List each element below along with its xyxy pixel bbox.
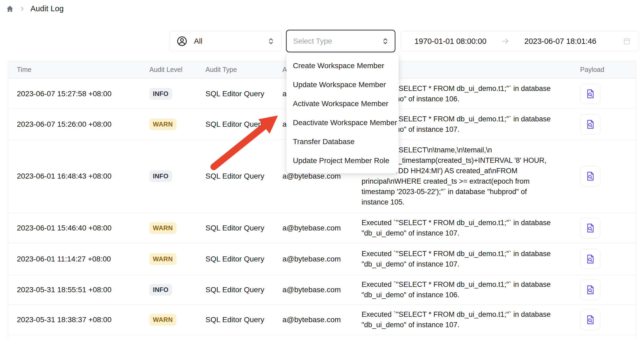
- actor-cell: a@bytebase.com: [274, 224, 353, 232]
- dropdown-option-update-project-member-role[interactable]: Update Project Member Role: [286, 151, 399, 170]
- payload-button[interactable]: [580, 84, 600, 104]
- time-cell: 2023-05-31 18:38:37 +08:00: [8, 315, 141, 324]
- comment-cell: Executed `"SELECT * FROM db_ui_demo.t1;"…: [353, 218, 564, 238]
- document-search-icon: [585, 88, 596, 99]
- table-row: 2023-06-01 11:14:27 +08:00 WARN SQL Edit…: [8, 243, 636, 275]
- col-header-type: Audit Type: [197, 66, 274, 74]
- page-title: Audit Log: [30, 4, 64, 13]
- audit-type-cell: SQL Editor Query: [197, 255, 274, 263]
- time-cell: 2023-06-07 15:27:58 +08:00: [8, 90, 141, 98]
- actor-cell: a@bytebase.com: [274, 315, 353, 324]
- audit-level-badge: INFO: [149, 88, 172, 100]
- actor-cell: a@bytebase.com: [274, 255, 353, 263]
- dropdown-option-activate-workspace-member[interactable]: Activate Workspace Member: [286, 94, 399, 113]
- comment-cell: Executed `"SELECT * FROM db_ui_demo.t1;"…: [353, 249, 564, 269]
- payload-button[interactable]: [580, 218, 600, 238]
- type-filter-placeholder: Select Type: [293, 37, 332, 45]
- date-range-start[interactable]: 1970-01-01 08:00:00: [414, 37, 486, 46]
- time-cell: 2023-06-01 16:48:43 +08:00: [8, 172, 141, 180]
- actor-filter-value: All: [194, 37, 202, 45]
- document-search-icon: [585, 314, 596, 325]
- audit-level-badge: WARN: [149, 253, 176, 265]
- audit-type-cell: SQL Editor Query: [197, 224, 274, 232]
- home-icon[interactable]: [6, 5, 14, 13]
- user-circle-icon: [176, 36, 188, 47]
- actor-cell: a@bytebase.com: [274, 286, 353, 294]
- document-search-icon: [585, 223, 596, 233]
- updown-chevrons-icon: [381, 37, 389, 45]
- updown-chevrons-icon: [267, 37, 275, 45]
- audit-type-cell: SQL Editor Query: [197, 90, 274, 98]
- col-header-level: Audit Level: [141, 66, 197, 74]
- payload-button[interactable]: [580, 166, 600, 186]
- audit-level-badge: INFO: [149, 284, 172, 296]
- audit-level-badge: WARN: [149, 118, 176, 130]
- type-filter-select[interactable]: Select Type: [286, 30, 395, 52]
- breadcrumb: Audit Log: [6, 4, 64, 13]
- calendar-icon: [623, 37, 631, 45]
- arrow-right-icon: [501, 37, 510, 46]
- payload-button[interactable]: [580, 280, 600, 300]
- time-cell: 2023-06-07 15:26:00 +08:00: [8, 120, 141, 129]
- table-row: 2023-05-31 18:38:37 +08:00 WARN SQL Edit…: [8, 304, 636, 335]
- audit-level-badge: WARN: [149, 222, 176, 234]
- audit-level-badge: WARN: [149, 314, 176, 326]
- table-row: 2023-05-31 18:55:51 +08:00 INFO SQL Edit…: [8, 275, 636, 304]
- dropdown-option-transfer-database[interactable]: Transfer Database: [286, 132, 399, 151]
- comment-cell: Executed `"SELECT * FROM db_ui_demo.t1;"…: [353, 279, 564, 300]
- dropdown-option-update-workspace-member[interactable]: Update Workspace Member: [286, 75, 399, 94]
- date-range-picker[interactable]: 1970-01-01 08:00:00 2023-06-07 18:01:46: [401, 31, 639, 51]
- table-row: 2023-06-01 15:46:40 +08:00 WARN SQL Edit…: [8, 213, 636, 243]
- audit-type-cell: SQL Editor Query: [197, 172, 274, 180]
- date-range-end[interactable]: 2023-06-07 18:01:46: [524, 37, 596, 46]
- payload-button[interactable]: [580, 249, 600, 269]
- dropdown-option-create-workspace-member[interactable]: Create Workspace Member: [286, 56, 399, 75]
- col-header-time: Time: [8, 66, 141, 74]
- audit-type-cell: SQL Editor Query: [197, 120, 274, 129]
- time-cell: 2023-06-01 15:46:40 +08:00: [8, 224, 141, 232]
- document-search-icon: [585, 254, 596, 264]
- time-cell: 2023-05-31 18:55:51 +08:00: [8, 286, 141, 294]
- dropdown-option-deactivate-workspace-member[interactable]: Deactivate Workspace Member: [286, 113, 399, 132]
- audit-type-cell: SQL Editor Query: [197, 315, 274, 324]
- document-search-icon: [585, 171, 596, 182]
- comment-cell: Executed `"SELECT * FROM db_ui_demo.t1;"…: [353, 309, 564, 330]
- audit-type-cell: SQL Editor Query: [197, 286, 274, 294]
- document-search-icon: [585, 284, 596, 295]
- type-dropdown-menu: Create Workspace Member Update Workspace…: [286, 53, 399, 173]
- payload-button[interactable]: [580, 114, 600, 134]
- table-row: [8, 335, 636, 339]
- chevron-right-icon: [19, 6, 25, 12]
- col-header-payload: Payload: [564, 66, 636, 74]
- actor-filter-select[interactable]: All: [169, 31, 282, 51]
- document-search-icon: [585, 119, 596, 130]
- time-cell: 2023-06-01 11:14:27 +08:00: [8, 255, 141, 263]
- payload-button[interactable]: [580, 310, 600, 330]
- audit-level-badge: INFO: [149, 170, 172, 182]
